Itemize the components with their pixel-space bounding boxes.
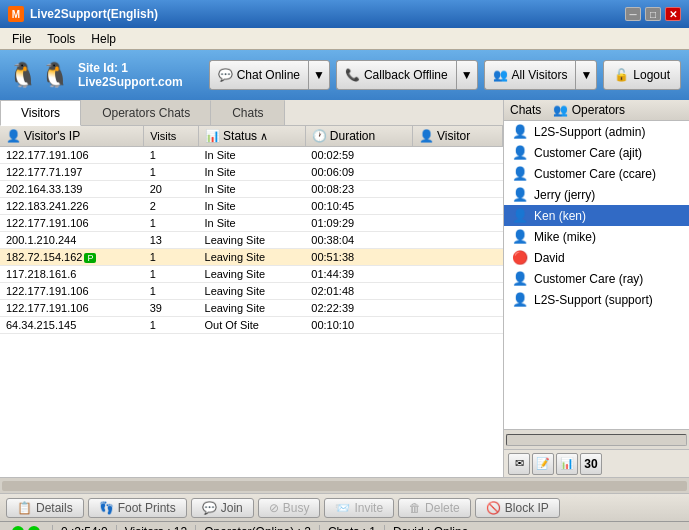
minimize-button[interactable]: ─ (625, 7, 641, 21)
title-bar-left: M Live2Support(English) (8, 6, 158, 22)
title-bar-controls[interactable]: ─ □ ✕ (625, 7, 681, 21)
details-label: Details (36, 501, 73, 515)
col-header-visitor: 👤 Visitor (412, 126, 502, 147)
operator-icon: 👤 (512, 229, 528, 244)
details-button[interactable]: 📋 Details (6, 498, 84, 518)
cell-status: In Site (199, 147, 306, 164)
table-row[interactable]: 202.164.33.13920In Site00:08:23 (0, 181, 503, 198)
horizontal-scrollbar[interactable] (0, 477, 689, 493)
mini-btn-email[interactable]: ✉ (508, 453, 530, 475)
chat-icon: 💬 (218, 68, 233, 82)
table-row[interactable]: 122.177.191.1061In Site00:02:59 (0, 147, 503, 164)
cell-visits: 39 (144, 300, 199, 317)
tab-operators-chats[interactable]: Operators Chats (81, 100, 211, 125)
tab-chats[interactable]: Chats (211, 100, 284, 125)
callback-offline-label: Callback Offline (364, 68, 448, 82)
busy-icon: ⊘ (269, 501, 279, 515)
table-row[interactable]: 122.177.71.1971In Site00:06:09 (0, 164, 503, 181)
cell-duration: 00:08:23 (305, 181, 412, 198)
operator-name: David (534, 251, 565, 265)
cell-status: Leaving Site (199, 232, 306, 249)
penguin-icon-1: 🐧 (8, 61, 38, 89)
cell-ip: 122.177.191.106 (0, 215, 144, 232)
operator-item[interactable]: 👤Mike (mike) (504, 226, 689, 247)
delete-button[interactable]: 🗑 Delete (398, 498, 471, 518)
visitor-icon-header: 👤 (6, 129, 21, 143)
operator-item[interactable]: 👤Customer Care (ccare) (504, 163, 689, 184)
operator-icon: 👤 (512, 208, 528, 223)
chat-online-dropdown[interactable]: ▼ (308, 60, 330, 90)
table-row[interactable]: 117.218.161.61Leaving Site01:44:39 (0, 266, 503, 283)
cell-status: In Site (199, 198, 306, 215)
busy-button[interactable]: ⊘ Busy (258, 498, 321, 518)
operator-name: Jerry (jerry) (534, 188, 595, 202)
operator-item[interactable]: 👤Customer Care (ray) (504, 268, 689, 289)
operator-item[interactable]: 👤Customer Care (ajit) (504, 142, 689, 163)
visitor-col-icon: 👤 (419, 129, 434, 143)
table-header-row: 👤 Visitor's IP Visits 📊 Status ∧ 🕐 Durat… (0, 126, 503, 147)
cell-status: In Site (199, 181, 306, 198)
join-icon: 💬 (202, 501, 217, 515)
mini-btn-calendar[interactable]: 30 (580, 453, 602, 475)
menu-tools[interactable]: Tools (39, 30, 83, 48)
col-header-duration: 🕐 Duration (305, 126, 412, 147)
callback-offline-dropdown[interactable]: ▼ (456, 60, 478, 90)
h-scroll-thumb[interactable] (2, 481, 687, 491)
menu-help[interactable]: Help (83, 30, 124, 48)
tab-visitors[interactable]: Visitors (0, 100, 81, 126)
operators-label: Operators (572, 103, 625, 117)
menu-file[interactable]: File (4, 30, 39, 48)
table-row[interactable]: 122.177.191.1061Leaving Site02:01:48 (0, 283, 503, 300)
details-icon: 📋 (17, 501, 32, 515)
logout-button[interactable]: 🔓 Logout (603, 60, 681, 90)
table-row[interactable]: 64.34.215.1451Out Of Site00:10:10 (0, 317, 503, 334)
operator-item[interactable]: 👤L2S-Support (admin) (504, 121, 689, 142)
app-icon: M (8, 6, 24, 22)
operator-item[interactable]: 👤Ken (ken) (504, 205, 689, 226)
operator-icon: 🔴 (512, 250, 528, 265)
visitors-table[interactable]: 👤 Visitor's IP Visits 📊 Status ∧ 🕐 Durat… (0, 126, 503, 477)
cell-status: In Site (199, 164, 306, 181)
cell-status: Out Of Site (199, 317, 306, 334)
block-icon: 🚫 (486, 501, 501, 515)
callback-offline-btn-group[interactable]: 📞 Callback Offline ▼ (336, 60, 478, 90)
operator-item[interactable]: 👤Jerry (jerry) (504, 184, 689, 205)
cell-visitor (412, 232, 502, 249)
cell-visitor (412, 266, 502, 283)
invite-button[interactable]: 📨 Invite (324, 498, 394, 518)
cell-ip: 122.177.191.106 (0, 283, 144, 300)
all-visitors-button[interactable]: 👥 All Visitors (484, 60, 576, 90)
indicator-dots (8, 526, 44, 531)
cell-ip: 182.72.154.162P (0, 249, 144, 266)
table-row[interactable]: 182.72.154.162P1Leaving Site00:51:38 (0, 249, 503, 266)
close-button[interactable]: ✕ (665, 7, 681, 21)
operators-header: Chats 👥 Operators (504, 100, 689, 121)
table-row[interactable]: 122.177.191.10639Leaving Site02:22:39 (0, 300, 503, 317)
right-scrollbar[interactable] (504, 429, 689, 449)
status-chats: Chats : 1 (328, 525, 376, 531)
all-visitors-btn-group[interactable]: 👥 All Visitors ▼ (484, 60, 598, 90)
operator-item[interactable]: 👤L2S-Support (support) (504, 289, 689, 310)
table-row[interactable]: 200.1.210.24413Leaving Site00:38:04 (0, 232, 503, 249)
cell-visitor (412, 147, 502, 164)
mini-btn-chart[interactable]: 📊 (556, 453, 578, 475)
join-button[interactable]: 💬 Join (191, 498, 254, 518)
operator-icon: 👤 (512, 145, 528, 160)
all-visitors-dropdown[interactable]: ▼ (575, 60, 597, 90)
footprints-button[interactable]: 👣 Foot Prints (88, 498, 187, 518)
chat-online-button[interactable]: 💬 Chat Online (209, 60, 308, 90)
block-ip-button[interactable]: 🚫 Block IP (475, 498, 560, 518)
delete-label: Delete (425, 501, 460, 515)
mini-btn-edit[interactable]: 📝 (532, 453, 554, 475)
operator-icon: 👤 (512, 271, 528, 286)
table-row[interactable]: 122.177.191.1061In Site01:09:29 (0, 215, 503, 232)
operators-list: 👤L2S-Support (admin)👤Customer Care (ajit… (504, 121, 689, 429)
chat-online-btn-group[interactable]: 💬 Chat Online ▼ (209, 60, 330, 90)
maximize-button[interactable]: □ (645, 7, 661, 21)
scroll-track[interactable] (506, 434, 687, 446)
operator-item[interactable]: 🔴David (504, 247, 689, 268)
callback-offline-button[interactable]: 📞 Callback Offline (336, 60, 456, 90)
cell-visits: 1 (144, 215, 199, 232)
left-panel: Visitors Operators Chats Chats 👤 Visitor… (0, 100, 504, 477)
table-row[interactable]: 122.183.241.2262In Site00:10:45 (0, 198, 503, 215)
